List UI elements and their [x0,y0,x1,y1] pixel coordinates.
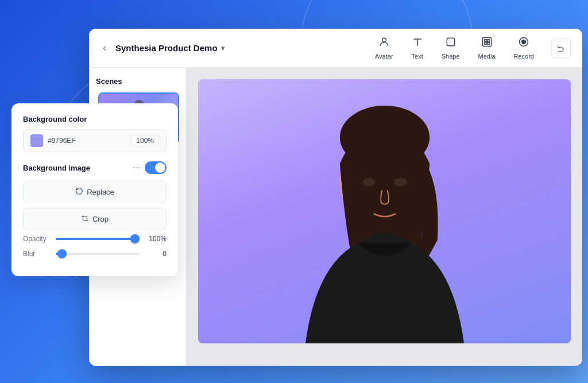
crop-icon [81,214,89,224]
bg-image-label: Background image [23,164,133,172]
blur-thumb[interactable] [57,249,67,258]
replace-icon [75,187,83,197]
shape-icon [445,36,457,51]
svg-rect-6 [487,40,489,41]
blur-slider[interactable] [56,253,140,255]
blur-value: 0 [146,250,167,258]
opacity-slider[interactable] [56,238,140,240]
crop-button[interactable]: Crop [23,208,167,230]
record-label: Record [514,53,534,60]
avatar-label: Avatar [375,53,393,60]
scenes-title: Scenes [96,77,179,86]
replace-button[interactable]: Replace [23,181,167,203]
color-opacity: 100% [131,135,159,146]
toggle-knob [155,163,165,173]
svg-rect-4 [482,38,491,47]
floating-panel: Background color #9796EF 100% Background… [11,103,178,276]
replace-label: Replace [87,188,114,196]
svg-point-0 [382,38,386,42]
blur-row: Blur 0 [23,250,167,258]
crop-label: Crop [92,215,109,223]
canvas-area [187,68,582,366]
avatar-icon [378,36,390,51]
svg-point-17 [394,178,407,187]
opacity-thumb[interactable] [130,234,140,243]
media-label: Media [478,53,496,60]
svg-point-16 [362,178,375,187]
text-label: Text [412,53,423,60]
avatar-svg [241,79,528,343]
more-options-button[interactable]: ··· [133,163,140,173]
svg-rect-8 [487,42,489,44]
record-icon [518,36,529,51]
color-row[interactable]: #9796EF 100% [23,129,167,152]
toolbar-right: Avatar Text Shape [367,32,571,64]
opacity-label: Opacity [23,235,49,243]
canvas[interactable] [198,79,571,343]
color-hex: #9796EF [48,137,126,145]
project-name: Synthesia Product Demo [115,43,218,53]
blur-label: Blur [23,250,49,258]
shape-label: Shape [442,53,460,60]
toolbar-left: ‹ Synthesia Product Demo ▾ [100,40,367,56]
opacity-value: 100% [146,235,167,243]
undo-redo-group [551,38,571,58]
svg-point-10 [522,40,526,44]
toolbar-item-media[interactable]: Media [470,32,504,64]
toolbar-item-shape[interactable]: Shape [434,32,468,64]
project-title[interactable]: Synthesia Product Demo ▾ [115,43,225,53]
color-swatch[interactable] [30,134,43,147]
toolbar-item-text[interactable]: Text [404,32,431,64]
svg-rect-5 [484,40,486,41]
bg-image-toggle[interactable] [145,161,167,174]
media-icon [481,36,493,51]
toolbar: ‹ Synthesia Product Demo ▾ Avatar [89,29,582,68]
svg-rect-7 [484,42,486,44]
bg-color-label: Background color [23,115,167,123]
bg-image-row: Background image ··· [23,161,167,174]
dropdown-chevron: ▾ [221,44,225,52]
toolbar-item-avatar[interactable]: Avatar [367,32,401,64]
opacity-row: Opacity 100% [23,235,167,243]
undo-button[interactable] [551,38,571,58]
svg-rect-3 [447,38,454,45]
toolbar-item-record[interactable]: Record [506,32,542,64]
text-icon [412,36,423,51]
opacity-fill [56,238,140,240]
back-button[interactable]: ‹ [100,40,109,56]
